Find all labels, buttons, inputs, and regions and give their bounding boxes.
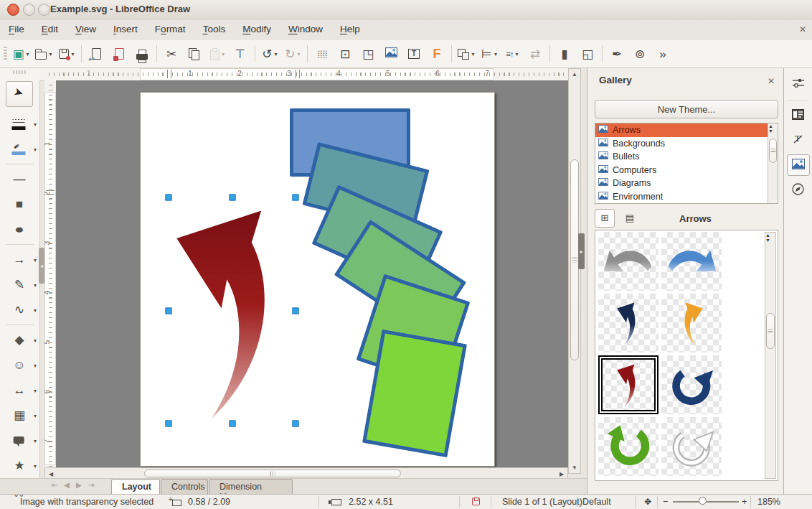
gallery-theme-computers[interactable]: Computers bbox=[595, 164, 778, 177]
last-page-button[interactable]: ⇥ bbox=[88, 481, 94, 489]
fill-color-button[interactable]: ▾ bbox=[0, 136, 39, 162]
export-as-pdf-button[interactable] bbox=[108, 42, 131, 65]
minimize-window-button[interactable] bbox=[23, 4, 35, 16]
selection-handle[interactable] bbox=[230, 421, 236, 427]
snap-to-grid-button[interactable]: ⊡ bbox=[334, 42, 357, 65]
arrange-button[interactable]: ≡↑▾ bbox=[501, 42, 524, 65]
thumbnails-scrollbar[interactable]: ▲ ▼ bbox=[765, 232, 776, 479]
gallery-theme-bullets[interactable]: Bullets bbox=[595, 150, 778, 164]
gallery-theme-list[interactable]: ArrowsBackgroundsBulletsComputersDiagram… bbox=[595, 123, 778, 204]
select-tool-button[interactable]: ➤ bbox=[0, 75, 39, 111]
zoom-fit-icon[interactable]: ✥ bbox=[644, 497, 651, 507]
helplines-while-moving-button[interactable]: ◳ bbox=[357, 42, 379, 65]
shadow-button[interactable]: ▮ bbox=[553, 42, 576, 65]
zoom-slider-knob[interactable] bbox=[699, 497, 707, 505]
selection-handle[interactable] bbox=[293, 195, 299, 201]
callout-shapes-button[interactable]: ▾ bbox=[0, 428, 39, 453]
theme-list-scrollbar[interactable]: ▲ ▼ bbox=[768, 123, 778, 203]
chevron-down-icon[interactable]: ▾ bbox=[27, 51, 29, 57]
display-grid-button[interactable]: ⣿⣿ bbox=[311, 42, 334, 65]
export-button[interactable] bbox=[85, 42, 108, 65]
copy-button[interactable] bbox=[183, 42, 206, 65]
close-window-button[interactable] bbox=[7, 4, 19, 16]
gallery-thumb-orange-bent-arrow[interactable] bbox=[661, 294, 722, 352]
vertical-scrollbar[interactable]: ▲ ▼ bbox=[568, 68, 581, 474]
chevron-down-icon[interactable]: ▾ bbox=[34, 307, 37, 313]
tab-gallery[interactable] bbox=[787, 154, 810, 176]
selection-handle[interactable] bbox=[293, 308, 299, 314]
chevron-down-icon[interactable]: ▾ bbox=[34, 337, 37, 343]
cut-button[interactable]: ✂ bbox=[160, 42, 183, 65]
previous-page-button[interactable]: ◀ bbox=[64, 481, 70, 489]
zoom-in-button[interactable]: + bbox=[742, 497, 747, 507]
gallery-thumb-navy-bent-arrow[interactable] bbox=[598, 294, 658, 352]
scroll-up-icon[interactable]: ▲ bbox=[765, 233, 775, 238]
scroll-down-icon[interactable]: ▼ bbox=[569, 464, 580, 471]
curve-tool-button[interactable]: ✎▾ bbox=[0, 272, 39, 297]
close-document-icon[interactable]: ✕ bbox=[799, 24, 806, 34]
left-panel-splitter[interactable]: ◂ bbox=[39, 248, 44, 284]
menu-tools[interactable]: Tools bbox=[194, 20, 235, 34]
canvas-viewport[interactable] bbox=[56, 80, 568, 468]
chevron-down-icon[interactable]: ▾ bbox=[34, 412, 37, 419]
menu-modify[interactable]: Modify bbox=[234, 20, 280, 34]
line-style-button[interactable]: ▾ bbox=[0, 111, 39, 136]
lines-and-arrows-button[interactable]: →▾ bbox=[0, 247, 39, 272]
maximize-window-button[interactable] bbox=[38, 4, 50, 16]
red-curved-arrow[interactable] bbox=[166, 196, 297, 424]
scroll-down-icon[interactable]: ▼ bbox=[768, 129, 778, 134]
menu-insert[interactable]: Insert bbox=[105, 20, 146, 34]
drawbar-drag-handle[interactable] bbox=[13, 70, 27, 74]
ellipse-tool-button[interactable]: ● bbox=[0, 217, 39, 242]
chevron-down-icon[interactable]: ▾ bbox=[34, 387, 37, 393]
gallery-thumb-gray-curved-arrow[interactable] bbox=[598, 232, 658, 291]
gallery-theme-environment[interactable]: Environment bbox=[595, 190, 778, 204]
block-arrows-button[interactable]: ↔▾ bbox=[0, 378, 39, 403]
first-page-button[interactable]: ⇤ bbox=[52, 481, 57, 489]
clone-formatting-button[interactable]: ⊤ bbox=[229, 42, 252, 65]
scroll-down-icon[interactable]: ▼ bbox=[765, 238, 775, 243]
menu-help[interactable]: Help bbox=[331, 20, 369, 34]
page-tab-controls[interactable]: Controls bbox=[161, 479, 208, 494]
show-gluepoint-functions-button[interactable]: ⊚ bbox=[628, 42, 651, 65]
tab-navigator[interactable] bbox=[788, 180, 809, 200]
chevron-down-icon[interactable]: ▾ bbox=[298, 51, 301, 57]
insert-image-button[interactable] bbox=[379, 42, 402, 65]
connector-tool-button[interactable]: ∿▾ bbox=[0, 297, 39, 322]
chevron-down-icon[interactable]: ▾ bbox=[275, 51, 278, 57]
open-button[interactable]: ▾ bbox=[32, 42, 55, 65]
gallery-close-icon[interactable]: ✕ bbox=[768, 76, 775, 86]
chevron-down-icon[interactable]: ▾ bbox=[222, 51, 225, 57]
chevron-down-icon[interactable]: ▾ bbox=[49, 51, 52, 57]
chevron-down-icon[interactable]: ▾ bbox=[471, 51, 474, 57]
chevron-down-icon[interactable]: ▾ bbox=[515, 51, 518, 57]
gallery-theme-diagrams[interactable]: Diagrams bbox=[595, 177, 778, 190]
selection-handle[interactable] bbox=[166, 308, 172, 314]
fontwork-button[interactable]: F bbox=[425, 42, 448, 65]
print-button[interactable] bbox=[131, 42, 154, 65]
chevron-down-icon[interactable]: ▾ bbox=[34, 121, 37, 127]
gallery-thumbnails[interactable]: ▲ ▼ bbox=[595, 230, 778, 481]
menu-view[interactable]: View bbox=[67, 20, 105, 34]
basic-shapes-button[interactable]: ◆▾ bbox=[0, 327, 39, 352]
gallery-thumb-outline-circle-arrow[interactable] bbox=[661, 417, 722, 476]
thumbnails-scrollbar-thumb[interactable] bbox=[766, 313, 775, 349]
sidebar-splitter[interactable]: ▸ bbox=[578, 233, 585, 269]
selection-handle[interactable] bbox=[166, 421, 172, 427]
chevron-down-icon[interactable]: ▾ bbox=[34, 146, 37, 152]
selection-handle[interactable] bbox=[293, 421, 299, 427]
next-page-button[interactable]: ▶ bbox=[76, 481, 82, 489]
menu-file[interactable]: File bbox=[0, 20, 33, 34]
edit-points-button[interactable]: ✒ bbox=[605, 42, 628, 65]
undo-button[interactable]: ↺▾ bbox=[258, 42, 281, 65]
transformations-button[interactable]: ▾ bbox=[455, 42, 478, 65]
selection-handle[interactable] bbox=[230, 195, 236, 201]
chevron-down-icon[interactable]: ▾ bbox=[34, 256, 37, 263]
gallery-thumb-blue-curved-arrow[interactable] bbox=[661, 232, 722, 291]
align-objects-button[interactable]: ⊨▾ bbox=[478, 42, 501, 65]
star-shapes-button[interactable]: ★▾ bbox=[0, 453, 39, 478]
insert-text-box-button[interactable]: T bbox=[402, 42, 425, 65]
gallery-thumb-navy-circle-arrow[interactable] bbox=[661, 355, 722, 414]
gallery-theme-arrows[interactable]: Arrows bbox=[595, 123, 778, 137]
chevron-down-icon[interactable]: ▾ bbox=[34, 437, 37, 444]
